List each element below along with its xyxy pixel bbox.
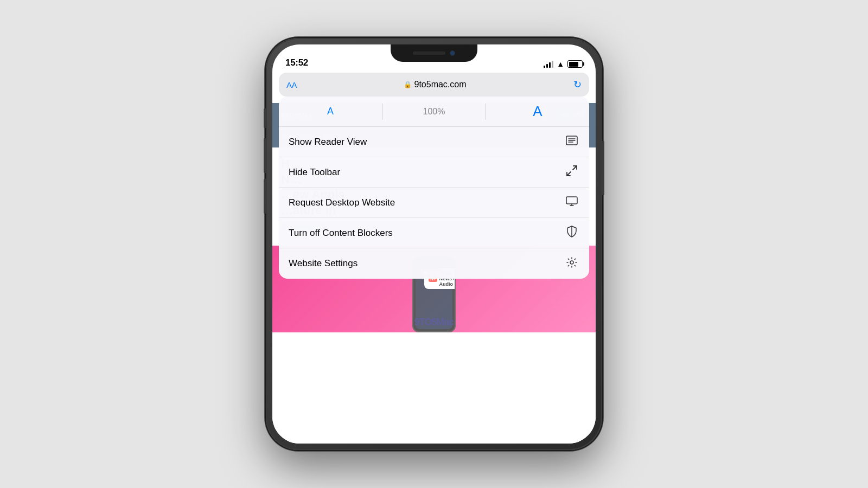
speaker-grille — [413, 52, 445, 55]
front-camera — [450, 50, 455, 56]
font-percentage: 100% — [382, 107, 486, 117]
refresh-button[interactable]: ↻ — [573, 79, 582, 91]
battery-fill — [569, 62, 578, 67]
aa-button[interactable]: AA — [286, 80, 297, 89]
volume-down-button[interactable] — [264, 179, 266, 214]
signal-bar-1 — [544, 66, 545, 68]
signal-bar-2 — [546, 64, 548, 68]
gear-icon — [564, 256, 579, 271]
request-desktop-label: Request Desktop Website — [289, 197, 564, 208]
turn-off-content-blockers-item[interactable]: Turn off Content Blockers — [279, 218, 589, 248]
svg-point-9 — [570, 261, 573, 264]
small-a-label: A — [327, 106, 334, 117]
menu-list: Show Reader View Hide Toolbar — [279, 127, 589, 279]
monitor-icon — [564, 196, 579, 209]
hide-toolbar-label: Hide Toolbar — [289, 167, 564, 178]
hide-toolbar-item[interactable]: Hide Toolbar — [279, 157, 589, 188]
request-desktop-item[interactable]: Request Desktop Website — [279, 188, 589, 218]
url-text: 9to5mac.com — [414, 80, 466, 89]
reader-icon — [564, 136, 579, 148]
show-reader-view-item[interactable]: Show Reader View — [279, 127, 589, 157]
svg-rect-6 — [566, 197, 577, 204]
signal-bar-4 — [552, 61, 553, 68]
notch — [391, 44, 477, 62]
status-icons: ▲ — [544, 60, 583, 68]
wifi-icon: ▲ — [557, 60, 564, 68]
signal-strength-icon — [544, 60, 553, 68]
large-a-label: A — [533, 103, 542, 120]
scene: 15:52 ▲ AA 🔒 9to5mac.com ↻ — [266, 38, 602, 450]
volume-up-button[interactable] — [264, 138, 266, 173]
decrease-font-button[interactable]: A — [279, 97, 382, 126]
mute-button[interactable] — [264, 108, 266, 128]
show-reader-view-label: Show Reader View — [289, 137, 564, 147]
font-size-row: A 100% A — [279, 97, 589, 127]
battery-icon — [567, 60, 583, 68]
signal-bar-3 — [549, 62, 551, 68]
url-display[interactable]: 🔒 9to5mac.com — [302, 80, 568, 89]
status-time: 15:52 — [285, 57, 308, 68]
power-button[interactable] — [602, 141, 604, 195]
svg-line-5 — [573, 166, 577, 170]
website-settings-item[interactable]: Website Settings — [279, 248, 589, 279]
lock-icon: 🔒 — [404, 81, 412, 88]
dropdown-menu: A 100% A Show Reader View — [279, 97, 589, 279]
shield-icon — [564, 226, 579, 240]
svg-line-4 — [567, 172, 571, 176]
iphone-screen: 15:52 ▲ AA 🔒 9to5mac.com ↻ — [272, 44, 596, 444]
expand-icon — [564, 165, 579, 179]
turn-off-content-blockers-label: Turn off Content Blockers — [289, 228, 564, 239]
website-settings-label: Website Settings — [289, 258, 564, 269]
address-bar[interactable]: AA 🔒 9to5mac.com ↻ — [279, 73, 589, 97]
increase-font-button[interactable]: A — [486, 97, 589, 126]
